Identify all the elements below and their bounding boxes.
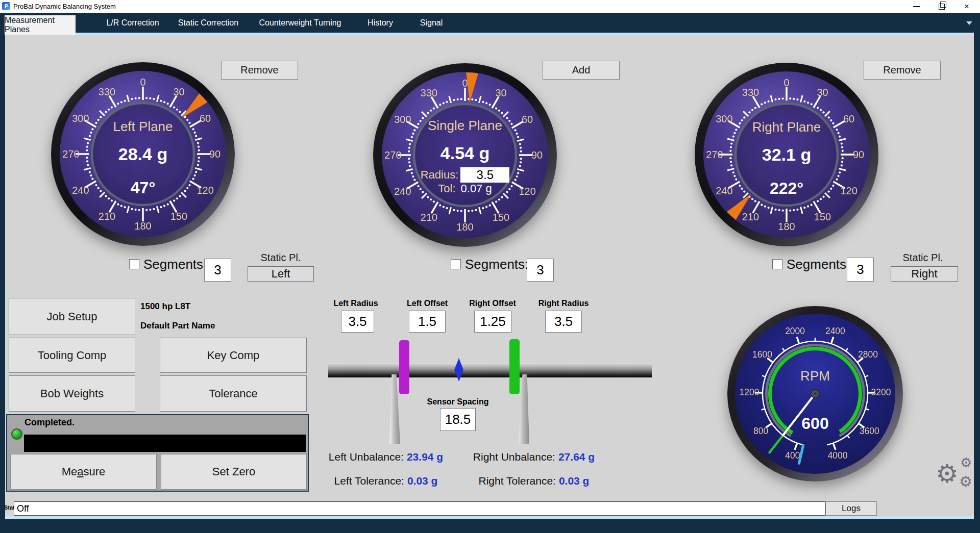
status-field[interactable] — [14, 501, 825, 516]
restore-button[interactable] — [930, 0, 953, 13]
minimize-button[interactable] — [904, 0, 928, 13]
right-radius-input[interactable] — [545, 311, 582, 333]
tab-static-correction[interactable]: Static Correction — [162, 13, 254, 33]
svg-text:30: 30 — [173, 86, 184, 97]
key-comp-button[interactable]: Key Comp — [160, 338, 307, 373]
window-edge-left — [0, 33, 5, 533]
right-unbalance-readout: Right Unbalance:27.64 g — [452, 451, 616, 463]
radius-input[interactable] — [460, 167, 509, 183]
right-sensor — [518, 374, 529, 444]
rotor-shaft — [328, 363, 652, 377]
bob-weights-button[interactable]: Bob Weights — [9, 375, 135, 412]
svg-text:400: 400 — [785, 450, 800, 461]
static-pl-label-left: Static Pl. — [253, 252, 309, 264]
rpm-dial: 40080012001600200024002800320036004000 — [723, 302, 907, 486]
right-offset-label: Right Offset — [452, 299, 533, 308]
gear-small-bottom-icon: ⚙ — [959, 474, 972, 489]
left-tolerance-value: 0.03 g — [407, 475, 438, 487]
svg-text:150: 150 — [493, 212, 509, 223]
right-plane-amount: 32.1 g — [690, 145, 884, 165]
right-tolerance-label: Right Tolerance: — [479, 475, 556, 487]
tolerance-button[interactable]: Tolerance — [160, 375, 307, 412]
left-tolerance-readout: Left Tolerance:0.03 g — [304, 475, 468, 487]
svg-text:2000: 2000 — [785, 326, 805, 336]
job-name: 1500 hp L8T — [140, 301, 190, 312]
tab-signal[interactable]: Signal — [385, 13, 477, 33]
segments-checkbox-left[interactable] — [129, 259, 139, 269]
svg-text:0: 0 — [140, 77, 145, 88]
close-button[interactable]: × — [955, 0, 978, 13]
static-pl-label-right: Static Pl. — [895, 252, 951, 264]
measure-status-panel: Completed. Measure Set Zero — [6, 414, 309, 492]
left-plane-gauge: 0306090120150180210240270300330 Left Pla… — [46, 57, 240, 251]
tol-value: 0.07 g — [461, 182, 492, 195]
left-unbalance-label: Left Unbalance: — [329, 451, 404, 463]
settings-button[interactable]: ⚙ ⚙ ⚙ — [936, 456, 979, 496]
tab-measurement-planes[interactable]: Measurement Planes — [5, 15, 76, 35]
svg-text:2400: 2400 — [825, 326, 845, 336]
left-unbalance-readout: Left Unbalance:23.94 g — [304, 451, 468, 463]
app-icon: P — [2, 2, 10, 10]
minimize-icon — [913, 6, 920, 7]
single-plane-radius-row: Radius: — [368, 167, 562, 183]
right-offset-input[interactable] — [474, 311, 511, 333]
segments-checkbox-single[interactable] — [451, 259, 461, 269]
single-plane-amount: 4.54 g — [368, 143, 562, 163]
segments-label-left: Segments: — [143, 257, 207, 272]
left-plane-angle: 47° — [46, 179, 240, 197]
restore-icon — [939, 4, 945, 10]
left-unbalance-value: 23.94 g — [407, 451, 443, 463]
segments-input-right[interactable] — [847, 258, 874, 282]
svg-text:210: 210 — [421, 212, 437, 223]
svg-text:1200: 1200 — [740, 387, 760, 397]
window-title: ProBal Dynamic Balancing System — [13, 3, 116, 10]
part-name: Default Part Name — [140, 321, 215, 331]
left-radius-input[interactable] — [341, 311, 374, 333]
tab-overflow-arrow-icon[interactable] — [966, 21, 972, 25]
left-offset-input[interactable] — [409, 311, 446, 333]
gear-large-icon: ⚙ — [936, 461, 959, 487]
static-pl-select-right[interactable]: Right — [891, 266, 958, 282]
svg-text:180: 180 — [134, 220, 151, 232]
right-plane-marker[interactable] — [509, 339, 520, 394]
set-zero-button[interactable]: Set Zero — [161, 454, 307, 490]
tooling-comp-button[interactable]: Tooling Comp — [9, 338, 135, 373]
svg-text:2800: 2800 — [858, 349, 878, 360]
rpm-value: 600 — [723, 414, 907, 433]
measure-accelerator: a — [77, 465, 83, 478]
rpm-gauge: 40080012001600200024002800320036004000 R… — [723, 302, 907, 486]
segments-checkbox-right[interactable] — [772, 259, 782, 269]
sensor-spacing-input[interactable] — [440, 408, 476, 431]
segments-input-left[interactable] — [204, 259, 231, 282]
svg-text:30: 30 — [817, 87, 828, 98]
logs-button[interactable]: Logs — [825, 501, 877, 516]
left-radius-label: Left Radius — [315, 299, 397, 308]
svg-text:210: 210 — [99, 211, 115, 222]
svg-text:180: 180 — [456, 221, 473, 233]
right-plane-angle: 222° — [690, 179, 884, 198]
svg-text:1600: 1600 — [752, 349, 772, 360]
measure-label-tail: sure — [84, 465, 106, 478]
single-plane-gauge: 0306090120150180210240270300330 Single P… — [368, 58, 562, 252]
svg-text:210: 210 — [742, 211, 759, 222]
static-pl-select-left[interactable]: Left — [248, 266, 314, 282]
svg-text:180: 180 — [778, 221, 795, 232]
single-plane-title: Single Plane — [368, 118, 562, 134]
job-setup-button[interactable]: Job Setup — [9, 298, 135, 335]
segments-input-single[interactable] — [527, 259, 554, 282]
svg-text:330: 330 — [742, 87, 759, 98]
title-bar: P ProBal Dynamic Balancing System × — [0, 0, 980, 13]
tab-divider — [0, 33, 980, 35]
right-unbalance-value: 27.64 g — [558, 451, 595, 463]
left-plane-title: Left Plane — [46, 119, 240, 135]
left-plane-marker[interactable] — [399, 340, 409, 394]
single-plane-tol-row: Tol: 0.07 g — [368, 182, 562, 195]
segments-label-right: Segments: — [787, 257, 850, 272]
progress-bar — [24, 435, 306, 452]
ready-led — [11, 428, 22, 440]
measure-button[interactable]: Measure — [10, 454, 157, 490]
status-message: Completed. — [24, 417, 75, 428]
svg-text:330: 330 — [99, 86, 115, 97]
right-tolerance-value: 0.03 g — [559, 475, 590, 487]
measure-label: Me — [62, 465, 78, 478]
